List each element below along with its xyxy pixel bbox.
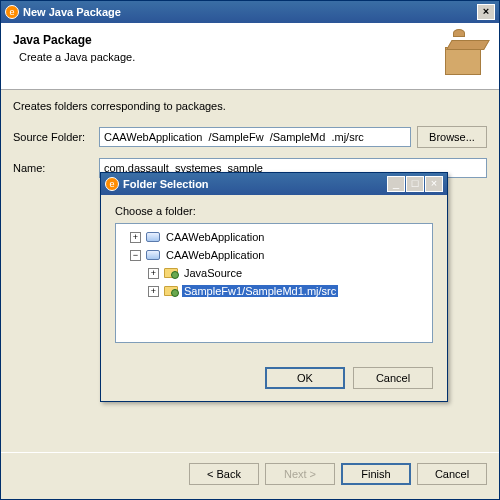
next-button: Next > <box>265 463 335 485</box>
tree-node-selected[interactable]: + SampleFw1/SampleMd1.mj/src <box>118 282 430 300</box>
ok-button[interactable]: OK <box>265 367 345 389</box>
maximize-icon[interactable]: □ <box>406 176 424 192</box>
cancel-button[interactable]: Cancel <box>417 463 487 485</box>
drive-icon <box>145 248 161 262</box>
label-name: Name: <box>13 162 93 174</box>
tree-node[interactable]: − CAAWebApplication <box>118 246 430 264</box>
folder-icon <box>163 284 179 298</box>
folder-selection-dialog: e Folder Selection _ □ × Choose a folder… <box>100 172 448 402</box>
dialog-titlebar: e Folder Selection _ □ × <box>101 173 447 195</box>
close-icon[interactable]: × <box>477 4 495 20</box>
folder-icon <box>163 266 179 280</box>
tree-label[interactable]: SampleFw1/SampleMd1.mj/src <box>182 285 338 297</box>
new-java-package-window: e New Java Package × Java Package Create… <box>0 0 500 500</box>
tree-node[interactable]: + JavaSource <box>118 264 430 282</box>
tree-label[interactable]: CAAWebApplication <box>164 249 266 261</box>
expand-icon[interactable]: + <box>130 232 141 243</box>
close-icon[interactable]: × <box>425 176 443 192</box>
titlebar: e New Java Package × <box>1 1 499 23</box>
wizard-desc: Creates folders corresponding to package… <box>13 100 487 112</box>
wizard-footer: < Back Next > Finish Cancel <box>1 452 499 499</box>
cancel-button[interactable]: Cancel <box>353 367 433 389</box>
window-title: New Java Package <box>23 6 477 18</box>
expand-icon[interactable]: + <box>148 268 159 279</box>
collapse-icon[interactable]: − <box>130 250 141 261</box>
dialog-title: Folder Selection <box>123 178 387 190</box>
minimize-icon[interactable]: _ <box>387 176 405 192</box>
expand-icon[interactable]: + <box>148 286 159 297</box>
dialog-prompt: Choose a folder: <box>115 205 433 217</box>
banner-sub: Create a Java package. <box>13 51 439 63</box>
drive-icon <box>145 230 161 244</box>
app-icon: e <box>105 177 119 191</box>
tree-node[interactable]: + CAAWebApplication <box>118 228 430 246</box>
banner-heading: Java Package <box>13 33 439 47</box>
source-folder-input[interactable] <box>99 127 411 147</box>
folder-tree[interactable]: + CAAWebApplication − CAAWebApplication … <box>115 223 433 343</box>
app-icon: e <box>5 5 19 19</box>
package-icon <box>439 33 487 77</box>
finish-button[interactable]: Finish <box>341 463 411 485</box>
wizard-banner: Java Package Create a Java package. <box>1 23 499 90</box>
back-button[interactable]: < Back <box>189 463 259 485</box>
browse-button[interactable]: Browse... <box>417 126 487 148</box>
tree-label[interactable]: CAAWebApplication <box>164 231 266 243</box>
label-source-folder: Source Folder: <box>13 131 93 143</box>
tree-label[interactable]: JavaSource <box>182 267 244 279</box>
